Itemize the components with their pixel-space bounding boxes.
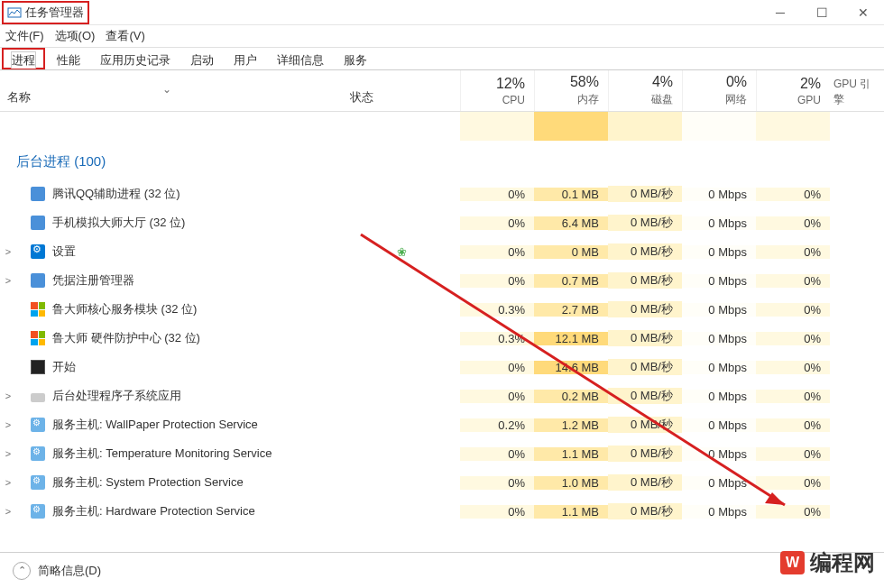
process-icon [29,216,47,230]
maximize-button[interactable]: ☐ [801,0,843,25]
tabs-bar: 进程 性能 应用历史记录 启动 用户 详细信息 服务 [0,47,884,70]
process-icon [29,504,47,519]
cell-disk: 0 MB/秒 [608,417,682,433]
tab-services[interactable]: 服务 [334,48,377,69]
cell-cpu: 0% [460,245,534,259]
cell-gpu: 0% [756,505,830,519]
tab-performance[interactable]: 性能 [47,48,90,69]
tab-details[interactable]: 详细信息 [267,48,334,69]
col-name-label: 名称 [7,89,336,106]
expand-icon[interactable]: > [0,448,16,459]
expand-icon[interactable]: > [0,419,16,430]
process-row[interactable]: >服务主机: System Protection Service0%1.0 MB… [0,468,884,497]
process-row[interactable]: 鲁大师核心服务模块 (32 位)0.3%2.7 MB0 MB/秒0 Mbps0% [0,295,884,324]
process-row[interactable]: >服务主机: Temperature Monitoring Service0%1… [0,439,884,468]
window-controls: ─ ☐ ✕ [760,0,884,25]
process-row[interactable]: 鲁大师 硬件防护中心 (32 位)0.3%12.1 MB0 MB/秒0 Mbps… [0,324,884,353]
process-name: 鲁大师 硬件防护中心 (32 位) [47,330,343,346]
tab-users[interactable]: 用户 [224,48,267,69]
col-header-gpu[interactable]: 2%GPU [756,70,830,111]
process-name: 凭据注册管理器 [47,272,343,289]
watermark-logo-icon: W [780,551,805,574]
cell-gpu: 0% [756,447,830,461]
cell-memory: 1.1 MB [534,447,608,461]
tab-app-history[interactable]: 应用历史记录 [90,48,180,69]
process-name: 设置 [47,243,343,260]
expand-icon[interactable]: > [0,246,16,257]
col-status-label: 状态 [350,89,373,106]
cell-cpu: 0% [460,390,534,403]
col-header-disk[interactable]: 4%磁盘 [608,70,682,111]
close-button[interactable]: ✕ [843,0,884,25]
fewer-details-icon[interactable]: ⌃ [13,562,31,580]
cell-network: 0 Mbps [682,361,756,374]
process-row[interactable]: >设置❀0%0 MB0 MB/秒0 Mbps0% [0,237,884,266]
menu-options[interactable]: 选项(O) [55,28,96,44]
disk-pct: 4% [612,74,673,90]
process-icon [29,446,47,461]
net-lbl: 网络 [686,92,747,107]
sort-indicator-icon: ⌄ [162,83,171,96]
leaf-icon: ❀ [397,245,407,259]
window-title: 任务管理器 [25,5,84,21]
process-list[interactable]: 后台进程 (100) 腾讯QQ辅助进程 (32 位)0%0.1 MB0 MB/秒… [0,112,884,528]
cell-cpu: 0% [460,361,534,374]
process-name: 开始 [47,359,343,375]
process-name: 腾讯QQ辅助进程 (32 位) [47,186,343,202]
cell-gpu: 0% [756,303,830,317]
col-header-gpu-engine[interactable]: GPU 引擎 [830,70,884,111]
cell-network: 0 Mbps [682,303,756,317]
process-name: 服务主机: WallPaper Protection Service [47,417,343,433]
process-row[interactable]: >服务主机: WallPaper Protection Service0.2%1… [0,410,884,439]
cell-memory: 0 MB [534,245,608,259]
cell-memory: 0.2 MB [534,390,608,403]
cell-network: 0 Mbps [682,447,756,461]
titlebar: 任务管理器 ─ ☐ ✕ [0,0,884,25]
cell-disk: 0 MB/秒 [608,503,682,519]
tab-processes[interactable]: 进程 [11,51,36,69]
expand-icon[interactable]: > [0,390,16,401]
cell-network: 0 Mbps [682,332,756,345]
fewer-details-label[interactable]: 简略信息(D) [38,563,101,579]
mem-lbl: 内存 [539,92,599,107]
cell-network: 0 Mbps [682,505,756,519]
cell-cpu: 0.3% [460,303,534,317]
col-header-memory[interactable]: 58%内存 [534,70,608,111]
cell-disk: 0 MB/秒 [608,272,682,289]
watermark-text: 编程网 [810,548,875,577]
cell-network: 0 Mbps [682,390,756,403]
expand-icon[interactable]: > [0,477,16,488]
cell-network: 0 Mbps [682,476,756,490]
process-icon [29,244,47,259]
col-header-cpu[interactable]: 12%CPU [460,70,534,111]
app-icon [7,5,22,20]
cell-memory: 2.7 MB [534,303,608,317]
col-header-network[interactable]: 0%网络 [682,70,756,111]
expand-icon[interactable]: > [0,506,16,517]
expand-icon[interactable]: > [0,275,16,286]
process-row[interactable]: 腾讯QQ辅助进程 (32 位)0%0.1 MB0 MB/秒0 Mbps0% [0,179,884,208]
process-row[interactable]: >后台处理程序子系统应用0%0.2 MB0 MB/秒0 Mbps0% [0,381,884,410]
process-icon [29,360,47,374]
process-status: ❀ [343,245,460,259]
process-name: 服务主机: Hardware Protection Service [47,503,343,519]
cpu-lbl: CPU [465,94,525,106]
cell-cpu: 0% [460,216,534,230]
cell-cpu: 0% [460,476,534,490]
cell-cpu: 0% [460,505,534,519]
menu-view[interactable]: 查看(V) [106,28,144,44]
tab-startup[interactable]: 启动 [180,48,224,69]
mem-pct: 58% [539,74,599,90]
group-header-background: 后台进程 (100) [0,141,884,179]
process-icon [29,475,47,490]
col-header-status[interactable]: 状态 [343,70,460,111]
process-row[interactable]: >服务主机: Hardware Protection Service0%1.1 … [0,497,884,526]
process-row[interactable]: >凭据注册管理器0%0.7 MB0 MB/秒0 Mbps0% [0,266,884,295]
process-row[interactable]: 开始0%14.6 MB0 MB/秒0 Mbps0% [0,353,884,381]
process-name: 手机模拟大师大厅 (32 位) [47,215,343,231]
process-row[interactable]: 手机模拟大师大厅 (32 位)0%6.4 MB0 MB/秒0 Mbps0% [0,208,884,237]
col-header-name[interactable]: ⌄ 名称 [0,70,343,111]
menu-file[interactable]: 文件(F) [5,28,44,44]
cell-network: 0 Mbps [682,216,756,230]
minimize-button[interactable]: ─ [760,0,801,25]
